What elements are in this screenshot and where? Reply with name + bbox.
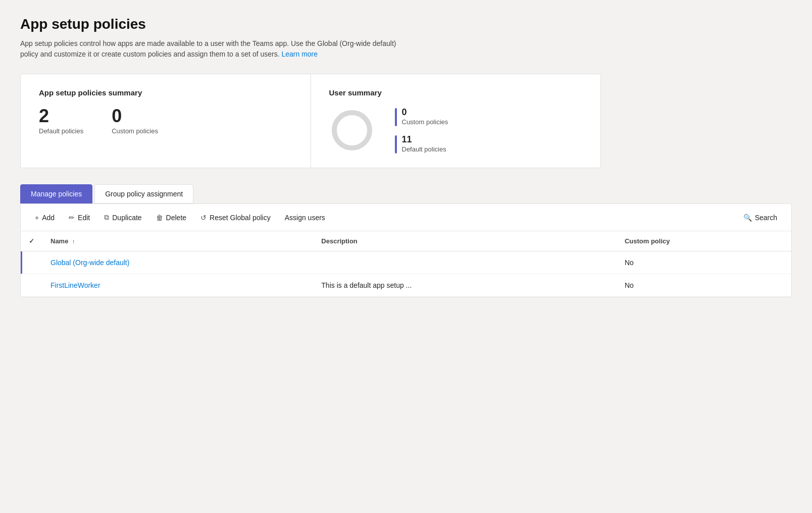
default-stat-label: Default policies [402, 145, 446, 153]
table-header-row: ✓ Name ↑ Description Custom policy [21, 231, 791, 251]
description-column-header: Description [313, 231, 617, 251]
reset-label: Reset Global policy [210, 214, 271, 222]
row1-selected-bar [21, 251, 22, 274]
row2-custom-policy-cell: No [617, 274, 791, 297]
page-title: App setup policies [20, 16, 792, 32]
summary-cards: App setup policies summary 2 Default pol… [20, 74, 601, 168]
default-policies-stat: 11 Default policies [395, 134, 448, 153]
custom-policies-stat: 0 Custom policies [395, 107, 448, 126]
default-policies-label: Default policies [39, 127, 83, 135]
delete-label: Delete [166, 214, 186, 222]
add-label: Add [42, 214, 55, 222]
edit-button[interactable]: ✏ Edit [63, 211, 96, 225]
edit-label: Edit [78, 214, 90, 222]
name-sort-icon: ↑ [72, 238, 75, 244]
row1-description-cell [313, 251, 617, 274]
assign-label: Assign users [285, 214, 325, 222]
user-summary-content: 0 Custom policies 11 Default policies [329, 107, 583, 153]
add-icon: + [35, 214, 39, 222]
add-button[interactable]: + Add [29, 211, 61, 225]
reset-icon: ↺ [200, 214, 207, 222]
page-description: App setup policies control how apps are … [20, 38, 414, 60]
data-table: ✓ Name ↑ Description Custom policy [21, 231, 791, 297]
edit-icon: ✏ [69, 214, 75, 222]
select-all-icon[interactable]: ✓ [29, 237, 34, 245]
row2-name-link[interactable]: FirstLineWorker [50, 281, 100, 289]
custom-policy-column-header: Custom policy [617, 231, 791, 251]
user-card-title: User summary [329, 88, 583, 97]
policies-summary-card: App setup policies summary 2 Default pol… [21, 74, 311, 168]
duplicate-button[interactable]: ⧉ Duplicate [98, 210, 147, 225]
tab-group-policy-assignment[interactable]: Group policy assignment [94, 184, 193, 203]
assign-users-button[interactable]: Assign users [279, 211, 331, 225]
name-column-header[interactable]: Name ↑ [42, 231, 313, 251]
delete-icon: 🗑 [156, 214, 163, 222]
learn-more-link[interactable]: Learn more [281, 50, 318, 58]
default-stat-count: 11 [402, 134, 446, 145]
custom-stat-text: 0 Custom policies [402, 107, 448, 126]
policies-card-title: App setup policies summary [39, 88, 292, 97]
svg-point-0 [334, 113, 370, 148]
user-donut-chart [329, 108, 375, 153]
custom-policies-label: Custom policies [112, 127, 158, 135]
table-row: Global (Org-wide default) No [21, 251, 791, 274]
tabs-container: Manage policies Group policy assignment [20, 184, 792, 203]
delete-button[interactable]: 🗑 Delete [150, 211, 192, 225]
select-all-header: ✓ [21, 231, 42, 251]
custom-bar [395, 108, 397, 126]
default-bar [395, 135, 397, 153]
user-summary-card: User summary 0 Custom policies [311, 74, 601, 168]
row1-name-cell: Global (Org-wide default) [42, 251, 313, 274]
custom-stat-label: Custom policies [402, 118, 448, 126]
default-policies-metric: 2 Default policies [39, 107, 83, 135]
toolbar: + Add ✏ Edit ⧉ Duplicate 🗑 Delete ↺ Rese… [21, 204, 791, 231]
duplicate-label: Duplicate [112, 214, 141, 222]
policies-metrics: 2 Default policies 0 Custom policies [39, 107, 292, 135]
page-container: App setup policies App setup policies co… [0, 0, 812, 513]
custom-stat-count: 0 [402, 107, 448, 118]
search-button[interactable]: 🔍 Search [737, 211, 783, 225]
search-icon: 🔍 [743, 214, 752, 222]
row1-name-link[interactable]: Global (Org-wide default) [50, 259, 129, 267]
row1-checkbox-cell [21, 251, 42, 274]
reset-button[interactable]: ↺ Reset Global policy [194, 211, 277, 225]
table-row: FirstLineWorker This is a default app se… [21, 274, 791, 297]
search-label: Search [755, 214, 777, 222]
default-stat-text: 11 Default policies [402, 134, 446, 153]
custom-policies-count: 0 [112, 107, 158, 125]
default-policies-count: 2 [39, 107, 83, 125]
row1-custom-policy-cell: No [617, 251, 791, 274]
tab-manage-policies[interactable]: Manage policies [20, 184, 92, 203]
row2-name-cell: FirstLineWorker [42, 274, 313, 297]
user-stats: 0 Custom policies 11 Default policies [395, 107, 448, 153]
row2-checkbox-cell [21, 274, 42, 297]
duplicate-icon: ⧉ [104, 213, 109, 222]
custom-policies-metric: 0 Custom policies [112, 107, 158, 135]
row2-description-cell: This is a default app setup ... [313, 274, 617, 297]
table-section: + Add ✏ Edit ⧉ Duplicate 🗑 Delete ↺ Rese… [20, 203, 792, 297]
